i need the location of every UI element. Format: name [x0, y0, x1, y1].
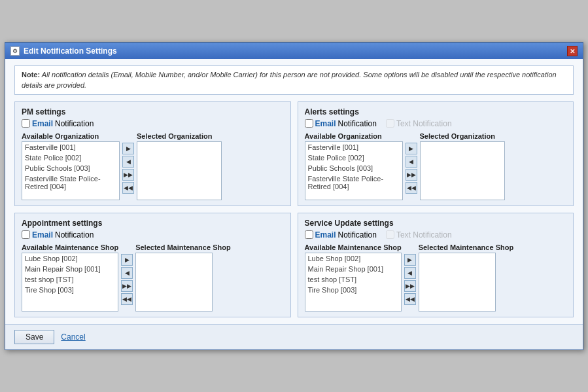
service-update-checkbox-row: Email Notification Text Notification [305, 230, 567, 240]
alerts-text-checkbox[interactable] [386, 119, 394, 128]
main-content: Note: All notification details (Email, M… [5, 59, 583, 324]
alerts-available-header: Available Organization [305, 132, 403, 140]
appointment-email-checkbox[interactable] [22, 230, 30, 239]
pm-move-left-btn[interactable]: ◀ [122, 156, 134, 168]
appointment-list-section: Available Maintenance Shop Lube Shop [00… [22, 243, 284, 312]
titlebar-left: ⚙ Edit Notification Settings [10, 46, 117, 56]
service-update-email-checkbox[interactable] [305, 230, 313, 239]
service-update-text-notification-text: Text Notification [396, 230, 452, 240]
list-item: Lube Shop [002] [305, 253, 401, 264]
service-update-move-all-left-btn[interactable]: ◀◀ [404, 293, 416, 305]
alerts-selected-list[interactable] [420, 141, 505, 200]
main-window: ⚙ Edit Notification Settings ✕ Note: All… [5, 42, 583, 350]
pm-selected-col: Selected Organization [137, 132, 222, 200]
cancel-button[interactable]: Cancel [61, 332, 85, 342]
service-update-email-checkbox-label[interactable]: Email Notification [305, 230, 377, 240]
note-bar: Note: All notification details (Email, M… [14, 65, 574, 95]
sections-grid: PM settings Email Notification Available… [14, 101, 574, 317]
list-item: Tire Shop [003] [305, 285, 401, 295]
pm-email-checkbox[interactable] [22, 119, 30, 128]
appointment-settings-title: Appointment settings [22, 219, 284, 228]
pm-settings-title: PM settings [22, 107, 284, 116]
alerts-move-all-right-btn[interactable]: ▶▶ [406, 169, 417, 181]
list-item: State Police [002] [305, 152, 402, 163]
service-update-selected-col: Selected Maintenance Shop [419, 243, 513, 312]
appointment-selected-col: Selected Maintenance Shop [135, 243, 230, 312]
appointment-settings-section: Appointment settings Email Notification … [14, 213, 291, 317]
alerts-available-list[interactable]: Fasterville [001] State Police [002] Pub… [305, 141, 403, 200]
alerts-list-section: Available Organization Fasterville [001]… [305, 132, 567, 200]
save-button[interactable]: Save [14, 330, 54, 344]
appointment-notification-text: Notification [55, 230, 94, 240]
pm-checkbox-row: Email Notification [22, 119, 284, 128]
pm-available-col: Available Organization Fasterville [001]… [22, 132, 120, 200]
service-update-list-section: Available Maintenance Shop Lube Shop [00… [305, 243, 567, 312]
service-update-selected-list[interactable] [419, 253, 496, 312]
pm-move-all-right-btn[interactable]: ▶▶ [122, 169, 134, 181]
alerts-checkbox-row: Email Notification Text Notification [305, 119, 567, 128]
pm-arrow-buttons: ▶ ◀ ▶▶ ◀◀ [122, 132, 134, 194]
alerts-arrow-buttons: ▶ ◀ ▶▶ ◀◀ [406, 132, 417, 194]
appointment-available-col: Available Maintenance Shop Lube Shop [00… [22, 243, 118, 312]
list-item: Main Repair Shop [001] [305, 264, 401, 274]
service-update-move-all-right-btn[interactable]: ▶▶ [404, 280, 416, 292]
alerts-email-checkbox-label[interactable]: Email Notification [305, 119, 377, 128]
alerts-move-left-btn[interactable]: ◀ [406, 156, 417, 168]
appointment-move-all-right-btn[interactable]: ▶▶ [121, 280, 133, 292]
pm-move-right-btn[interactable]: ▶ [122, 143, 134, 154]
service-update-settings-section: Service Update settings Email Notificati… [298, 213, 574, 317]
appointment-email-text: Email [32, 230, 53, 240]
pm-email-checkbox-label[interactable]: Email Notification [22, 119, 94, 128]
service-update-settings-title: Service Update settings [305, 219, 567, 228]
service-update-email-text: Email [315, 230, 336, 240]
list-item: Fasterville [001] [22, 142, 119, 152]
appointment-available-list[interactable]: Lube Shop [002] Main Repair Shop [001] t… [22, 253, 118, 312]
pm-move-all-left-btn[interactable]: ◀◀ [122, 182, 134, 194]
service-update-move-left-btn[interactable]: ◀ [404, 267, 416, 279]
titlebar: ⚙ Edit Notification Settings ✕ [5, 43, 583, 59]
service-update-move-right-btn[interactable]: ▶ [404, 254, 416, 266]
service-update-arrow-buttons: ▶ ◀ ▶▶ ◀◀ [404, 243, 416, 305]
window-title: Edit Notification Settings [24, 46, 117, 56]
service-update-available-list[interactable]: Lube Shop [002] Main Repair Shop [001] t… [305, 253, 402, 312]
note-bold: Note: [22, 71, 40, 79]
list-item: Fasterville State Police-Retired [004] [22, 173, 119, 192]
list-item: Tire Shop [003] [22, 285, 118, 295]
service-update-available-col: Available Maintenance Shop Lube Shop [00… [305, 243, 402, 312]
pm-list-section: Available Organization Fasterville [001]… [22, 132, 284, 200]
list-item: Lube Shop [002] [22, 253, 118, 264]
list-item: Public Schools [003] [22, 163, 119, 173]
service-update-notification-text: Notification [338, 230, 377, 240]
appointment-move-right-btn[interactable]: ▶ [121, 254, 133, 266]
appointment-email-checkbox-label[interactable]: Email Notification [22, 230, 94, 240]
pm-selected-list[interactable] [137, 141, 222, 200]
close-button[interactable]: ✕ [567, 46, 578, 56]
list-item: Public Schools [003] [305, 163, 402, 173]
appointment-available-header: Available Maintenance Shop [22, 243, 118, 251]
alerts-selected-col: Selected Organization [420, 132, 505, 200]
note-text: All notification details (Email, Mobile … [22, 71, 557, 88]
service-update-available-header: Available Maintenance Shop [305, 243, 402, 251]
appointment-selected-list[interactable] [135, 253, 213, 312]
alerts-email-checkbox[interactable] [305, 119, 313, 128]
service-update-selected-header: Selected Maintenance Shop [419, 243, 513, 251]
alerts-settings-title: Alerts settings [305, 107, 567, 116]
appointment-checkbox-row: Email Notification [22, 230, 284, 240]
pm-settings-section: PM settings Email Notification Available… [14, 101, 291, 206]
alerts-text-checkbox-label[interactable]: Text Notification [386, 119, 452, 128]
list-item: Main Repair Shop [001] [22, 264, 118, 274]
list-item: test shop [TST] [22, 274, 118, 285]
appointment-move-left-btn[interactable]: ◀ [121, 267, 133, 279]
appointment-move-all-left-btn[interactable]: ◀◀ [121, 293, 133, 305]
appointment-arrow-buttons: ▶ ◀ ▶▶ ◀◀ [121, 243, 133, 305]
list-item: Fasterville State Police-Retired [004] [305, 173, 402, 192]
pm-available-list[interactable]: Fasterville [001] State Police [002] Pub… [22, 141, 120, 200]
appointment-selected-header: Selected Maintenance Shop [135, 243, 230, 251]
alerts-settings-section: Alerts settings Email Notification Text … [298, 101, 574, 206]
service-update-text-checkbox-label[interactable]: Text Notification [386, 230, 452, 240]
service-update-text-checkbox[interactable] [386, 230, 394, 239]
alerts-move-right-btn[interactable]: ▶ [406, 143, 417, 154]
pm-selected-header: Selected Organization [137, 132, 222, 140]
alerts-move-all-left-btn[interactable]: ◀◀ [406, 182, 417, 194]
alerts-email-text: Email [315, 119, 336, 128]
